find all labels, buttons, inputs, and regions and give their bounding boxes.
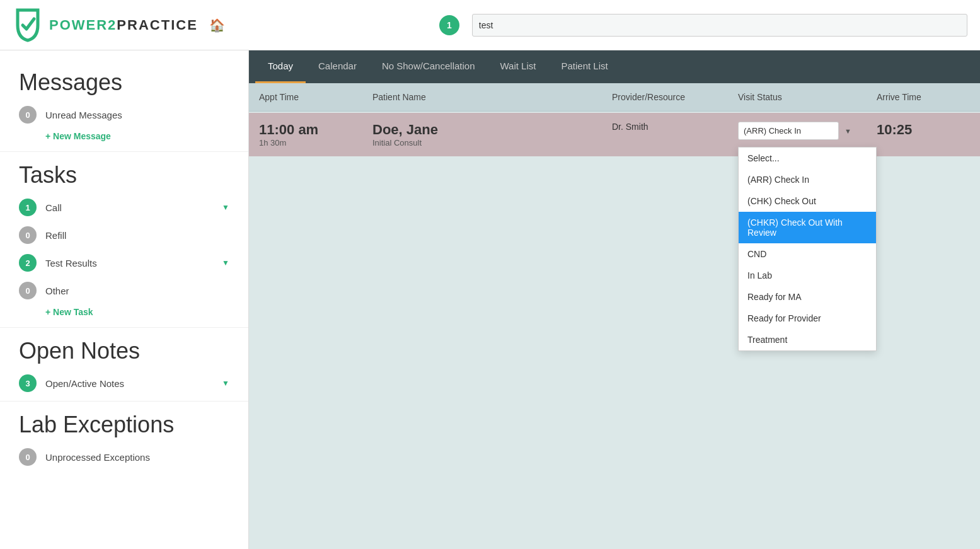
td-arrive-time: 10:25 <box>867 113 980 156</box>
home-icon[interactable]: 🏠 <box>209 18 225 33</box>
appt-duration-value: 1h 30m <box>259 138 352 147</box>
sidebar-item-unprocessed-exceptions[interactable]: 0 Unprocessed Exceptions <box>0 443 248 471</box>
label-test-results: Test Results <box>45 258 213 269</box>
new-message-link[interactable]: + New Message <box>0 129 248 147</box>
label-other: Other <box>45 286 229 296</box>
status-option-cnd[interactable]: CND <box>739 243 876 265</box>
open-notes-arrow-icon: ▼ <box>222 379 229 388</box>
status-option-select[interactable]: Select... <box>739 147 876 169</box>
badge-open-notes: 3 <box>19 374 37 392</box>
td-visit-status[interactable]: (ARR) Check In ▼ Select... (ARR) Check I… <box>728 113 867 156</box>
sidebar-item-other[interactable]: 0 Other <box>0 277 248 304</box>
td-provider: Dr. Smith <box>602 113 728 156</box>
badge-unprocessed: 0 <box>19 448 37 466</box>
th-provider-resource: Provider/Resource <box>602 83 728 111</box>
section-messages: Messages 0 Unread Messages + New Message <box>0 63 248 147</box>
label-unread-messages: Unread Messages <box>45 110 229 120</box>
status-option-chkr[interactable]: (CHKR) Check Out With Review <box>739 212 876 243</box>
badge-call: 1 <box>19 199 37 216</box>
main-layout: Messages 0 Unread Messages + New Message… <box>0 50 980 549</box>
logo-area: POWER2PRACTICE 🏠 <box>13 8 225 43</box>
label-refill: Refill <box>45 230 229 241</box>
badge-refill: 0 <box>19 226 37 244</box>
divider-2 <box>0 327 248 328</box>
sidebar-item-refill[interactable]: 0 Refill <box>0 221 248 249</box>
patient-type-value: Initial Consult <box>372 138 592 147</box>
visit-status-dropdown[interactable]: Select... (ARR) Check In (CHK) Check Out… <box>738 147 877 351</box>
td-appt-time: 11:00 am 1h 30m <box>249 113 362 156</box>
content-area: Today Calendar No Show/Cancellation Wait… <box>249 50 980 549</box>
logo-icon <box>13 8 43 43</box>
logo-text: POWER2PRACTICE <box>49 17 198 33</box>
appt-time-value: 11:00 am <box>259 122 352 138</box>
divider-1 <box>0 151 248 152</box>
label-unprocessed: Unprocessed Exceptions <box>45 452 229 463</box>
sidebar-item-call[interactable]: 1 Call ▼ <box>0 194 248 221</box>
th-patient-name: Patient Name <box>362 83 602 111</box>
sidebar: Messages 0 Unread Messages + New Message… <box>0 50 249 549</box>
patient-name-value: Doe, Jane <box>372 122 592 138</box>
dropdown-arrow-icon: ▼ <box>845 127 851 135</box>
badge-other: 0 <box>19 282 37 299</box>
section-tasks: Tasks 1 Call ▼ 0 Refill 2 Test Results ▼… <box>0 156 248 323</box>
table-area: Appt Time Patient Name Provider/Resource… <box>249 83 980 549</box>
badge-test-results: 2 <box>19 254 37 272</box>
tab-today[interactable]: Today <box>255 50 306 83</box>
tab-no-show-cancellation[interactable]: No Show/Cancellation <box>369 50 488 83</box>
status-option-chk-check-out[interactable]: (CHK) Check Out <box>739 190 876 212</box>
section-title-lab-exceptions: Lab Exceptions <box>0 405 248 443</box>
status-option-treatment[interactable]: Treatment <box>739 329 876 350</box>
sidebar-item-test-results[interactable]: 2 Test Results ▼ <box>0 249 248 277</box>
status-option-ready-ma[interactable]: Ready for MA <box>739 286 876 308</box>
tab-wait-list[interactable]: Wait List <box>488 50 549 83</box>
th-visit-status: Visit Status <box>728 83 867 111</box>
section-title-messages: Messages <box>0 63 248 101</box>
call-arrow-icon: ▼ <box>222 203 229 212</box>
label-open-notes: Open/Active Notes <box>45 378 213 389</box>
th-arrive-time: Arrive Time <box>867 83 980 111</box>
search-input[interactable] <box>472 14 967 37</box>
provider-value: Dr. Smith <box>612 122 649 132</box>
test-results-arrow-icon: ▼ <box>222 258 229 267</box>
status-dropdown-container[interactable]: (ARR) Check In ▼ Select... (ARR) Check I… <box>738 122 856 140</box>
status-option-in-lab[interactable]: In Lab <box>739 265 876 286</box>
status-option-arr-check-in[interactable]: (ARR) Check In <box>739 169 876 190</box>
tab-calendar[interactable]: Calendar <box>306 50 369 83</box>
table-row: 11:00 am 1h 30m Doe, Jane Initial Consul… <box>249 113 980 156</box>
top-bar: POWER2PRACTICE 🏠 1 <box>0 0 980 50</box>
tab-bar: Today Calendar No Show/Cancellation Wait… <box>249 50 980 83</box>
table-header: Appt Time Patient Name Provider/Resource… <box>249 83 980 112</box>
section-lab-exceptions: Lab Exceptions 0 Unprocessed Exceptions <box>0 405 248 471</box>
tab-patient-list[interactable]: Patient List <box>548 50 620 83</box>
new-task-link[interactable]: + New Task <box>0 304 248 323</box>
divider-3 <box>0 401 248 402</box>
sidebar-item-unread-messages[interactable]: 0 Unread Messages <box>0 101 248 129</box>
section-open-notes: Open Notes 3 Open/Active Notes ▼ <box>0 332 248 397</box>
td-patient-name: Doe, Jane Initial Consult ⋮ <box>362 113 602 156</box>
sidebar-item-open-active-notes[interactable]: 3 Open/Active Notes ▼ <box>0 369 248 397</box>
section-title-tasks: Tasks <box>0 156 248 194</box>
notification-badge[interactable]: 1 <box>439 15 459 35</box>
visit-status-select[interactable]: (ARR) Check In <box>738 122 839 140</box>
th-appt-time: Appt Time <box>249 83 362 111</box>
arrive-time-value: 10:25 <box>877 122 912 137</box>
section-title-open-notes: Open Notes <box>0 332 248 369</box>
status-option-ready-provider[interactable]: Ready for Provider <box>739 308 876 329</box>
label-call: Call <box>45 202 213 213</box>
badge-unread-messages: 0 <box>19 106 37 124</box>
